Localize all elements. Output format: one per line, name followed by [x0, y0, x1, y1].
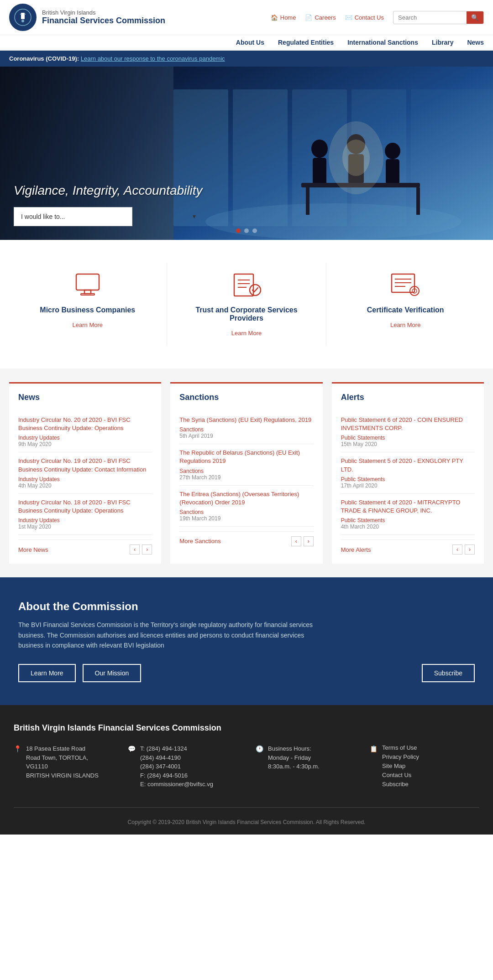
service-certificate: Certificate Verification Learn More [337, 263, 474, 346]
alert-cat-3: Public Statements [341, 517, 475, 524]
clock-icon: 🕐 [256, 745, 263, 752]
footer-links-col: 📋 Terms of Use Privacy Policy Site Map C… [370, 744, 461, 793]
sanctions-next-btn[interactable]: › [304, 536, 314, 546]
hero-dropdown-wrap: I would like to... [14, 207, 202, 226]
sanctions-column: Sanctions The Syria (Sanctions) (EU Exit… [170, 382, 322, 564]
alert-item: Public Statement 4 of 2020 - MITRACRYPTO… [341, 494, 475, 535]
service-trust: Trust and Corporate Services Providers L… [178, 263, 315, 346]
alerts-nav: ‹ › [452, 544, 475, 555]
phone2: (284) 494-4190 [140, 753, 213, 762]
news-title: News [18, 393, 152, 404]
about-buttons: Learn More Our Mission Subscribe [18, 664, 475, 682]
nav-about[interactable]: About Us [236, 39, 264, 46]
service-trust-title: Trust and Corporate Services Providers [187, 306, 306, 322]
service-micro-link[interactable]: Learn More [73, 321, 103, 328]
hero-title: Vigilance, Integrity, Accountability [14, 183, 202, 198]
news-item-title-1[interactable]: Industry Circular No. 20 of 2020 - BVI F… [18, 416, 152, 432]
search-input[interactable] [393, 12, 467, 23]
sanction-title-1[interactable]: The Syria (Sanctions) (EU Exit) Regulati… [179, 416, 313, 424]
news-item-cat-1: Industry Updates [18, 435, 152, 441]
learn-more-button[interactable]: Learn More [18, 664, 76, 682]
service-cert-title: Certificate Verification [346, 306, 465, 314]
nav-sanctions[interactable]: International Sanctions [347, 39, 418, 46]
document-icon: 📋 [370, 745, 378, 752]
hero-dot-3[interactable] [252, 228, 257, 233]
news-item-title-2[interactable]: Industry Circular No. 19 of 2020 - BVI F… [18, 457, 152, 473]
top-links: 🏠 Home 📄 Careers ✉️ Contact Us [271, 14, 384, 21]
nav-regulated[interactable]: Regulated Entities [278, 39, 334, 46]
alert-date-2: 17th April 2020 [341, 482, 475, 489]
news-column: News Industry Circular No. 20 of 2020 - … [9, 382, 161, 564]
subscribe-button[interactable]: Subscribe [422, 664, 475, 682]
hours-days: Monday - Friday [268, 753, 320, 762]
main-nav: About Us Regulated Entities Internationa… [0, 35, 493, 51]
nav-library[interactable]: Library [432, 39, 453, 46]
careers-icon: 📄 [305, 14, 312, 21]
news-next-btn[interactable]: › [142, 544, 152, 555]
covid-link[interactable]: Learn about our response to the coronavi… [81, 55, 225, 62]
news-item-title-3[interactable]: Industry Circular No. 18 of 2020 - BVI F… [18, 498, 152, 515]
svg-rect-24 [84, 290, 91, 294]
footer-hours-text: Business Hours: Monday - Friday 8:30a.m.… [268, 744, 320, 771]
sitemap-link[interactable]: Site Map [382, 762, 419, 769]
certificate-icon [389, 272, 421, 299]
hero-dots [236, 228, 257, 233]
hero-section: Vigilance, Integrity, Accountability I w… [0, 67, 493, 240]
alert-title-1[interactable]: Public Statement 6 of 2020 - COIN ENSURE… [341, 416, 475, 432]
sanction-title-3[interactable]: The Eritrea (Sanctions) (Overseas Territ… [179, 490, 313, 507]
hero-dropdown[interactable]: I would like to... [14, 207, 132, 226]
svg-rect-20 [416, 187, 420, 215]
alerts-prev-btn[interactable]: ‹ [452, 544, 462, 555]
careers-link[interactable]: 📄 Careers [305, 14, 336, 21]
contact-footer-link[interactable]: Contact Us [382, 772, 419, 778]
service-micro-title: Micro Business Companies [28, 306, 147, 314]
search-icon: 🔍 [471, 14, 479, 21]
sanction-title-2[interactable]: The Republic of Belarus (Sanctions) (EU … [179, 449, 313, 465]
news-nav: ‹ › [130, 544, 152, 555]
alerts-next-btn[interactable]: › [465, 544, 475, 555]
service-trust-link[interactable]: Learn More [231, 330, 262, 337]
footer-address-col: 📍 18 Pasea Estate Road Road Town, TORTOL… [14, 744, 114, 793]
service-cert-link[interactable]: Learn More [390, 321, 420, 328]
sanctions-footer: More Sanctions ‹ › [179, 531, 313, 546]
footer-hours: 🕐 Business Hours: Monday - Friday 8:30a.… [256, 744, 356, 771]
logo-icon [9, 4, 37, 31]
news-prev-btn[interactable]: ‹ [130, 544, 140, 555]
more-alerts-link[interactable]: More Alerts [341, 546, 371, 553]
phone3: (284) 347-4001 [140, 762, 213, 771]
svg-rect-13 [313, 158, 326, 185]
footer-address: 📍 18 Pasea Estate Road Road Town, TORTOL… [14, 744, 114, 780]
news-item-date-1: 9th May 2020 [18, 441, 152, 447]
home-link[interactable]: 🏠 Home [271, 14, 296, 21]
hours-time: 8:30a.m. - 4:30p.m. [268, 762, 320, 771]
svg-rect-17 [386, 159, 399, 184]
sanctions-prev-btn[interactable]: ‹ [291, 536, 301, 546]
more-news-link[interactable]: More News [18, 546, 48, 553]
hero-dot-1[interactable] [236, 228, 241, 233]
email-label: E: [140, 781, 146, 788]
service-micro-business: Micro Business Companies Learn More [19, 263, 156, 346]
subscribe-footer-link[interactable]: Subscribe [382, 781, 419, 788]
phone-label: T: [140, 745, 145, 752]
header-top: British Virgin Islands Financial Service… [0, 0, 493, 35]
careers-label: Careers [315, 14, 336, 21]
svg-rect-1 [21, 13, 25, 19]
covid-bold: Coronavirus (COVID-19): [9, 55, 79, 62]
alert-title-2[interactable]: Public Statement 5 of 2020 - EXNGLORY PT… [341, 457, 475, 473]
footer-links-area: 📋 Terms of Use Privacy Policy Site Map C… [370, 744, 461, 790]
more-sanctions-link[interactable]: More Sanctions [179, 538, 220, 544]
alert-title-3[interactable]: Public Statement 4 of 2020 - MITRACRYPTO… [341, 498, 475, 515]
nav-news[interactable]: News [467, 39, 484, 46]
our-mission-button[interactable]: Our Mission [83, 664, 142, 682]
svg-rect-23 [76, 274, 99, 290]
contact-link[interactable]: ✉️ Contact Us [345, 14, 384, 21]
checklist-icon [231, 272, 262, 299]
phone1: (284) 494-1324 [147, 745, 187, 752]
footer-contact-col: 💬 T: (284) 494-1324 (284) 494-4190 (284)… [128, 744, 242, 793]
svg-rect-4 [24, 14, 26, 15]
search-button[interactable]: 🔍 [467, 11, 483, 24]
news-item: Industry Circular No. 19 of 2020 - BVI F… [18, 452, 152, 493]
privacy-link[interactable]: Privacy Policy [382, 753, 419, 760]
hero-dot-2[interactable] [244, 228, 249, 233]
terms-link[interactable]: Terms of Use [382, 744, 419, 751]
